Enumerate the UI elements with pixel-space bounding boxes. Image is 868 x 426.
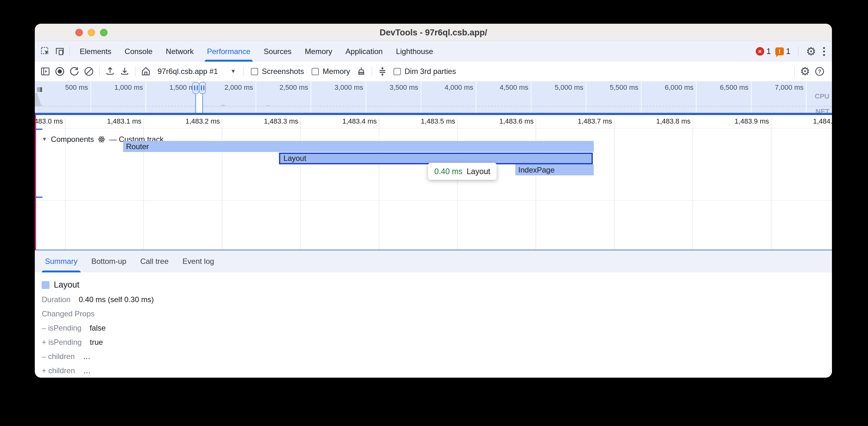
details-tab-summary[interactable]: Summary: [38, 250, 85, 272]
dim-3rd-parties-label: Dim 3rd parties: [405, 67, 456, 76]
details-tab-event-log[interactable]: Event log: [176, 250, 221, 272]
flame-grid-line: [771, 129, 772, 250]
flame-chart[interactable]: ▼ Components — Custom track RouterLayout…: [35, 129, 832, 250]
overview-grid-line: [806, 81, 807, 115]
inspect-element-icon[interactable]: [39, 44, 53, 59]
summary-row-value: 0.40 ms (self 0.30 ms): [79, 295, 154, 304]
summary-row: Changed Props: [42, 309, 832, 318]
track-title: Components: [51, 135, 94, 144]
cpu-bump: [220, 104, 226, 106]
home-icon[interactable]: [138, 64, 153, 79]
summary-row-label: Duration: [42, 295, 70, 304]
track-scroll-indicator: [35, 197, 42, 198]
summary-row-label: + children: [42, 366, 75, 375]
cpu-bump: [266, 105, 270, 106]
tab-console[interactable]: Console: [118, 41, 159, 62]
tab-lighthouse[interactable]: Lighthouse: [390, 41, 440, 62]
summary-row: – children…: [42, 352, 832, 361]
divider: [372, 66, 372, 76]
tab-memory[interactable]: Memory: [298, 41, 339, 62]
cpu-baseline: [35, 106, 832, 106]
summary-row-value: …: [83, 352, 90, 361]
summary-row-value: true: [90, 338, 103, 347]
summary-row: Duration0.40 ms (self 0.30 ms): [42, 295, 832, 304]
flame-bar-router[interactable]: Router: [123, 141, 594, 152]
summary-row-label: Changed Props: [42, 309, 95, 318]
summary-panel: Layout Duration0.40 ms (self 0.30 ms)Cha…: [35, 272, 832, 377]
chevron-down-icon: ▼: [230, 68, 236, 74]
performance-toolbar: 97r6ql.csb.app #1 ▼ Screenshots Memory: [35, 62, 832, 81]
record-and-reload-icon[interactable]: [67, 64, 82, 79]
summary-row: – isPendingfalse: [42, 324, 832, 332]
title-bar: DevTools - 97r6ql.csb.app/: [35, 24, 832, 41]
details-tab-call-tree[interactable]: Call tree: [133, 250, 175, 272]
tab-elements[interactable]: Elements: [73, 41, 118, 62]
devtools-window: DevTools - 97r6ql.csb.app/ ElementsConso…: [35, 24, 832, 378]
memory-label: Memory: [323, 67, 350, 76]
flame-grid-line: [614, 129, 615, 250]
event-color-swatch: [42, 281, 49, 289]
more-options-icon[interactable]: [820, 46, 828, 57]
svg-text:?: ?: [818, 69, 821, 74]
overview-tick-label: 7,000 ms: [709, 84, 803, 92]
summary-row: + children…: [42, 366, 832, 375]
toggle-sidebar-icon[interactable]: [38, 64, 53, 79]
flame-grid-line: [65, 129, 65, 250]
error-count: 1: [767, 47, 771, 56]
zoom-window-left-edge[interactable]: [195, 94, 196, 113]
summary-row: + isPendingtrue: [42, 338, 832, 347]
tooltip-name: Layout: [467, 167, 490, 176]
panel-tabs: ElementsConsoleNetworkPerformanceSources…: [73, 41, 440, 62]
timeline-overview[interactable]: 500 ms1,000 ms1,500 ms2,000 ms2,500 ms3,…: [35, 81, 832, 115]
divider: [794, 66, 795, 76]
settings-gear-icon[interactable]: ⚙: [806, 46, 816, 57]
summary-row-label: – children: [42, 352, 75, 361]
collapse-tracks-icon[interactable]: [375, 64, 390, 79]
error-icon: ×: [756, 47, 764, 56]
summary-row-value: …: [83, 366, 91, 375]
collect-garbage-icon[interactable]: [354, 64, 369, 79]
detail-time-ruler[interactable]: 1,483.0 ms1,483.1 ms1,483.2 ms1,483.3 ms…: [35, 115, 832, 129]
warning-count: 1: [786, 47, 790, 56]
details-tab-bottom-up[interactable]: Bottom-up: [85, 250, 133, 272]
upload-profile-icon[interactable]: [103, 64, 117, 79]
dim-3rd-parties-checkbox[interactable]: Dim 3rd parties: [390, 67, 460, 76]
track-scroll-indicator: [35, 129, 42, 130]
collapse-triangle-icon[interactable]: ▼: [42, 136, 47, 142]
screenshots-label: Screenshots: [262, 67, 304, 76]
screenshots-checkbox[interactable]: Screenshots: [247, 67, 308, 76]
flame-bar-indexpage[interactable]: IndexPage: [515, 164, 594, 175]
atom-icon: [98, 136, 105, 143]
tab-sources[interactable]: Sources: [257, 41, 298, 62]
memory-checkbox[interactable]: Memory: [308, 67, 354, 76]
divider: [244, 66, 244, 76]
clear-icon[interactable]: [82, 64, 96, 79]
capture-settings-gear-icon[interactable]: ⚙: [798, 64, 812, 79]
zoom-window-right-edge[interactable]: [202, 94, 203, 113]
zoom-window-right-handle[interactable]: [199, 82, 206, 94]
flame-grid-line: [692, 129, 693, 250]
warning-badge[interactable]: ! 1: [775, 47, 790, 56]
download-profile-icon[interactable]: [117, 64, 132, 79]
divider: [99, 66, 100, 76]
ruler-tick-label: 1,484.0 ms: [752, 117, 832, 126]
device-toolbar-icon[interactable]: [53, 44, 66, 59]
help-icon[interactable]: ?: [812, 64, 827, 79]
summary-title: Layout: [54, 280, 80, 290]
checkbox-box: [312, 68, 319, 75]
summary-title-row: Layout: [42, 280, 832, 290]
details-tab-bar: SummaryBottom-upCall treeEvent log: [35, 250, 832, 272]
zoom-window-left-handle[interactable]: [192, 82, 199, 94]
tab-performance[interactable]: Performance: [200, 41, 257, 62]
tab-application[interactable]: Application: [339, 41, 389, 62]
tooltip-duration: 0.40 ms: [434, 167, 462, 176]
tab-network[interactable]: Network: [159, 41, 200, 62]
selection-marker-line: [35, 115, 36, 250]
error-badge[interactable]: × 1: [756, 47, 771, 56]
flame-tooltip: 0.40 ms Layout: [428, 163, 497, 180]
checkbox-box: [251, 68, 258, 75]
checkbox-box: [394, 68, 401, 75]
window-title: DevTools - 97r6ql.csb.app/: [35, 24, 832, 41]
target-selector[interactable]: 97r6ql.csb.app #1 ▼: [153, 67, 240, 76]
record-button[interactable]: [53, 64, 67, 79]
